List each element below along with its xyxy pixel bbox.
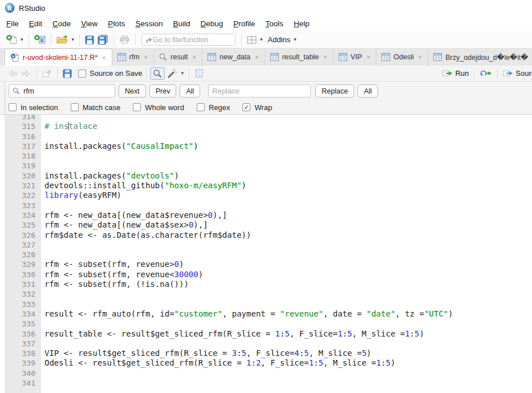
code-tools-button[interactable] [165,67,180,80]
find-input[interactable] [23,87,111,95]
menu-edit[interactable]: Edit [24,17,47,30]
menu-plots[interactable]: Plots [103,17,130,30]
close-icon[interactable]: × [192,54,197,60]
menu-debug[interactable]: Debug [195,17,228,30]
menu-file[interactable]: File [1,17,24,30]
close-icon[interactable]: × [144,54,148,60]
menu-build[interactable]: Build [168,17,195,30]
popout-window-button[interactable] [40,68,54,79]
code-line[interactable]: Odesli <- result$get_sliced_rfm(R_slice … [44,358,532,368]
rerun-button[interactable] [478,68,494,78]
menu-help[interactable]: Help [289,17,315,30]
new-file-caret-icon[interactable]: ▾ [21,37,23,42]
close-icon[interactable]: × [101,54,106,61]
tab-result-table[interactable]: result_table × [265,48,334,66]
menu-tools[interactable]: Tools [261,17,289,30]
save-all-button[interactable] [96,34,110,46]
code-line[interactable] [44,151,532,161]
menu-code[interactable]: Code [47,17,76,30]
addins-caret-icon[interactable]: ▾ [294,37,297,42]
replace-input[interactable] [212,87,307,95]
code-line[interactable]: result <- rfm_auto(rfm, id="customer", p… [44,309,532,319]
panes-layout-button[interactable] [245,35,258,45]
find-replace-button[interactable] [150,67,165,80]
code-line[interactable]: devtools::install_github("hoxo-m/easyRFM… [44,181,532,191]
find-all-button[interactable]: All [180,84,200,98]
code-line[interactable] [44,378,532,388]
code-line[interactable] [44,299,532,309]
checkbox-checked[interactable]: ✓ [242,103,250,111]
code-line[interactable] [44,289,532,299]
editor-save-button[interactable] [61,68,74,79]
code-line[interactable]: rfm <- new_data[(new_data$sex>0),] [44,220,532,230]
find-option-wrap[interactable]: ✓Wrap [242,103,272,112]
find-option-regex[interactable]: Regex [197,103,230,112]
tab-brzy-odejdou[interactable]: Brzy_odejdou_d�le�it� × [428,48,532,66]
panes-caret-icon[interactable]: ▾ [260,37,263,42]
tab-r-script[interactable]: R r-uvod-skoleni-11-17.R* × [5,48,112,66]
code-line[interactable]: install.packages("devtools") [44,171,532,181]
new-project-button[interactable]: R [33,34,47,46]
code-line[interactable]: rfm <- subset(rfm, revenue>0) [44,260,532,269]
code-line[interactable] [44,319,532,329]
checkbox-unchecked[interactable] [9,103,17,111]
find-search-box[interactable] [9,84,115,98]
close-icon[interactable]: × [254,54,259,60]
find-option-whole-word[interactable]: Whole word [133,103,184,112]
menu-view[interactable]: View [76,17,103,30]
source-button[interactable]: Source ▾ [501,68,532,79]
tab-rfm[interactable]: rfm × [112,48,155,66]
back-button[interactable] [6,68,19,79]
open-file-caret-icon[interactable]: ▾ [72,37,75,42]
tab-new-data[interactable]: new_data × [202,48,265,66]
goto-file-input[interactable] [153,36,232,44]
save-button[interactable] [83,34,96,46]
code-line[interactable] [44,368,532,378]
tab-result[interactable]: result × [154,48,202,66]
checkbox-unchecked[interactable] [197,103,205,111]
code-line[interactable]: VIP <- result$get_sliced_rfm(R_slice = 3… [44,349,532,358]
find-prev-button[interactable]: Prev [149,84,177,98]
code-line[interactable] [44,339,532,349]
code-line[interactable]: result_table <- result$get_sliced_rfm(R_… [44,329,532,339]
code-line[interactable] [44,132,532,141]
checkbox-unchecked[interactable] [133,103,141,111]
replace-all-button[interactable]: All [358,84,378,98]
source-on-save-checkbox[interactable] [78,70,86,78]
compile-report-button[interactable] [193,68,205,79]
new-file-button[interactable] [5,34,19,46]
open-file-button[interactable] [55,34,70,45]
code-line[interactable] [44,201,532,210]
code-line[interactable]: rfm <- subset(rfm, revenue<30000) [44,270,532,279]
code-line[interactable] [44,161,532,171]
replace-button[interactable]: Replace [315,84,354,98]
code-tools-caret-icon[interactable]: ▾ [181,71,184,76]
tab-odesli[interactable]: Odesli × [376,48,428,66]
code-line[interactable]: # instalace [44,121,532,131]
print-button[interactable] [117,34,132,45]
code-lines[interactable]: # instalaceinstall.packages("CausalImpac… [41,115,532,393]
code-line[interactable]: rfm <- subset(rfm, (!is.na())) [44,279,532,289]
tab-vip[interactable]: VIP × [334,48,377,66]
code-line[interactable] [44,240,532,250]
goto-file-box[interactable] [141,34,235,46]
addins-button[interactable]: Addins [268,35,291,44]
find-option-match-case[interactable]: Match case [71,103,120,112]
code-line[interactable] [44,250,532,260]
close-icon[interactable]: × [323,54,327,60]
run-button[interactable]: Run [441,68,470,79]
code-line[interactable]: install.packages("CausalImpact") [44,141,532,151]
code-line[interactable] [44,115,532,121]
menu-profile[interactable]: Profile [228,17,260,30]
code-editor[interactable]: 3143153163173183193203213223233243253263… [0,115,532,393]
find-next-button[interactable]: Next [119,84,146,98]
checkbox-unchecked[interactable] [71,103,79,111]
code-line[interactable]: rfm$date <- as.Date(as.character(rfm$dat… [44,230,532,240]
replace-box[interactable] [208,84,311,98]
code-line[interactable]: library(easyRFM) [44,191,532,200]
close-icon[interactable]: × [418,54,423,60]
forward-button[interactable] [19,68,33,79]
close-icon[interactable]: × [366,54,371,60]
menu-session[interactable]: Session [130,17,168,30]
code-line[interactable]: rfm <- new_data[(new_data$revenue>0),] [44,210,532,220]
